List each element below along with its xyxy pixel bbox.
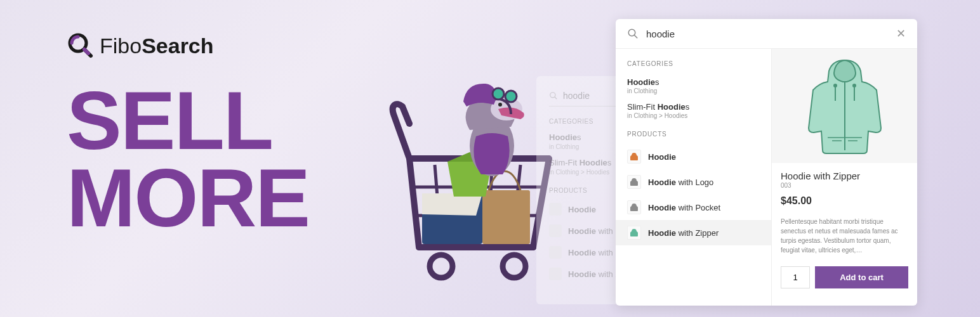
magnifier-icon [67,32,95,60]
svg-line-2 [84,49,88,53]
product-item[interactable]: Hoodie with Pocket [616,195,771,220]
svg-point-9 [430,255,453,278]
search-input[interactable] [646,29,889,39]
brand-logo: FiboSearch [67,32,309,60]
product-thumb-icon [627,200,641,214]
category-item[interactable]: Slim-Fit Hoodiesin Clothing > Hoodies [616,98,771,123]
product-item[interactable]: Hoodie [616,144,771,169]
svg-point-18 [498,103,502,107]
product-thumb-icon [627,150,641,164]
search-icon [627,28,639,39]
product-item[interactable]: Hoodie with Logo [616,169,771,195]
svg-point-16 [493,88,504,100]
search-bar: ✕ [616,19,917,49]
product-title: Hoodie with Zipper [781,171,908,181]
clear-icon[interactable]: ✕ [896,27,906,41]
product-description: Pellentesque habitant morbi tristique se… [781,217,908,255]
category-item[interactable]: Hoodiesin Clothing [616,74,771,98]
add-to-cart-button[interactable]: Add to cart [815,266,908,288]
search-results-panel: ✕ CATEGORIES Hoodiesin ClothingSlim-Fit … [616,19,917,306]
svg-point-19 [550,93,555,98]
svg-point-17 [505,91,517,102]
brand-name: FiboSearch [100,34,214,58]
product-image [772,49,917,163]
product-price: $45.00 [781,195,908,207]
svg-point-10 [503,255,526,278]
product-thumb-icon [627,226,641,240]
product-thumb-icon [627,175,641,189]
svg-line-20 [555,97,557,100]
categories-heading: CATEGORIES [616,58,771,74]
product-sku: 003 [781,182,908,189]
svg-rect-13 [482,190,530,244]
quantity-input[interactable] [781,266,810,288]
product-item[interactable]: Hoodie with Zipper [616,220,771,245]
svg-line-22 [634,35,637,38]
products-heading: PRODUCTS [616,128,771,144]
results-list: CATEGORIES Hoodiesin ClothingSlim-Fit Ho… [616,49,771,306]
product-preview: Hoodie with Zipper 003 $45.00 Pellentesq… [771,49,917,306]
search-icon [549,91,558,100]
hero-headline: SELL MORE [67,82,309,236]
